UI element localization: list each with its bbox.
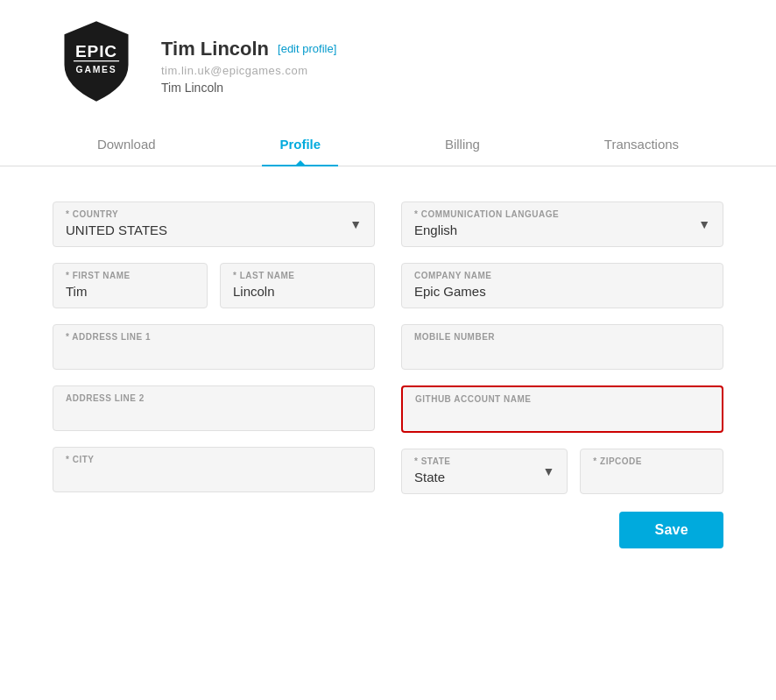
comm-lang-field[interactable]: * COMMUNICATION LANGUAGE English ▼: [401, 202, 723, 247]
comm-lang-dropdown-arrow: ▼: [698, 217, 710, 231]
country-dropdown-arrow: ▼: [349, 217, 362, 231]
form-left-column: * COUNTRY UNITED STATES ▼ * FIRST NAME *…: [53, 202, 375, 494]
mobile-field: MOBILE NUMBER: [401, 324, 723, 370]
address1-field: * ADDRESS LINE 1: [53, 324, 375, 370]
tab-transactions[interactable]: Transactions: [587, 123, 696, 166]
country-value: UNITED STATES: [66, 223, 362, 237]
last-name-field: * LAST NAME: [220, 263, 375, 308]
state-value: State: [414, 470, 554, 484]
svg-text:GAMES: GAMES: [76, 65, 117, 74]
first-name-label: * FIRST NAME: [66, 271, 194, 280]
name-row: * FIRST NAME * LAST NAME: [53, 263, 375, 308]
user-info: Tim Lincoln [edit profile] tim.lin.uk@ep…: [161, 29, 336, 95]
zipcode-label: * ZIPCODE: [593, 456, 710, 466]
zipcode-input[interactable]: [593, 470, 710, 484]
edit-profile-link[interactable]: [edit profile]: [278, 42, 336, 55]
zipcode-field: * ZIPCODE: [580, 449, 723, 494]
address2-label: ADDRESS LINE 2: [66, 393, 362, 403]
save-row: Save: [53, 512, 723, 548]
country-label: * COUNTRY: [66, 209, 362, 219]
state-dropdown-arrow: ▼: [543, 464, 555, 478]
company-field: COMPANY NAME: [401, 263, 723, 308]
country-field[interactable]: * COUNTRY UNITED STATES ▼: [53, 202, 375, 247]
form-right-column: * COMMUNICATION LANGUAGE English ▼ COMPA…: [401, 202, 723, 494]
address2-field: ADDRESS LINE 2: [53, 385, 375, 431]
user-name-row: Tim Lincoln [edit profile]: [161, 38, 336, 60]
user-display-name: Tim Lincoln: [161, 81, 336, 95]
last-name-input[interactable]: [233, 284, 362, 299]
company-label: COMPANY NAME: [414, 271, 710, 280]
github-label: GITHUB ACCOUNT NAME: [415, 394, 709, 404]
address2-input[interactable]: [66, 407, 362, 421]
last-name-label: * LAST NAME: [233, 271, 362, 280]
address1-label: * ADDRESS LINE 1: [66, 332, 362, 342]
city-input[interactable]: [66, 468, 362, 483]
github-field: GITHUB ACCOUNT NAME: [401, 385, 723, 433]
header: EPIC GAMES Tim Lincoln [edit profile] ti…: [0, 0, 776, 123]
user-email: tim.lin.uk@epicgames.com: [161, 64, 336, 77]
first-name-field: * FIRST NAME: [53, 263, 208, 308]
form-grid: * COUNTRY UNITED STATES ▼ * FIRST NAME *…: [53, 202, 723, 494]
state-zip-row: * STATE State ▼ * ZIPCODE: [401, 449, 723, 494]
user-name: Tim Lincoln: [161, 38, 269, 60]
company-input[interactable]: [414, 284, 710, 299]
tab-billing[interactable]: Billing: [427, 123, 497, 166]
mobile-label: MOBILE NUMBER: [414, 332, 710, 342]
svg-text:EPIC: EPIC: [75, 42, 117, 60]
city-field: * CITY: [53, 447, 375, 492]
tab-profile[interactable]: Profile: [262, 123, 338, 166]
nav-tabs: Download Profile Billing Transactions: [0, 123, 776, 166]
comm-lang-value: English: [414, 223, 710, 237]
first-name-input[interactable]: [66, 284, 194, 299]
main-content: * COUNTRY UNITED STATES ▼ * FIRST NAME *…: [0, 193, 776, 583]
state-label: * STATE: [414, 456, 554, 466]
github-input[interactable]: [415, 407, 709, 422]
address1-input[interactable]: [66, 345, 362, 360]
save-button[interactable]: Save: [619, 512, 723, 548]
mobile-input[interactable]: [414, 345, 710, 360]
epic-games-logo: EPIC GAMES: [53, 18, 140, 105]
state-field[interactable]: * STATE State ▼: [401, 449, 568, 494]
city-label: * CITY: [66, 455, 362, 464]
comm-lang-label: * COMMUNICATION LANGUAGE: [414, 209, 710, 219]
tab-download[interactable]: Download: [80, 123, 173, 166]
